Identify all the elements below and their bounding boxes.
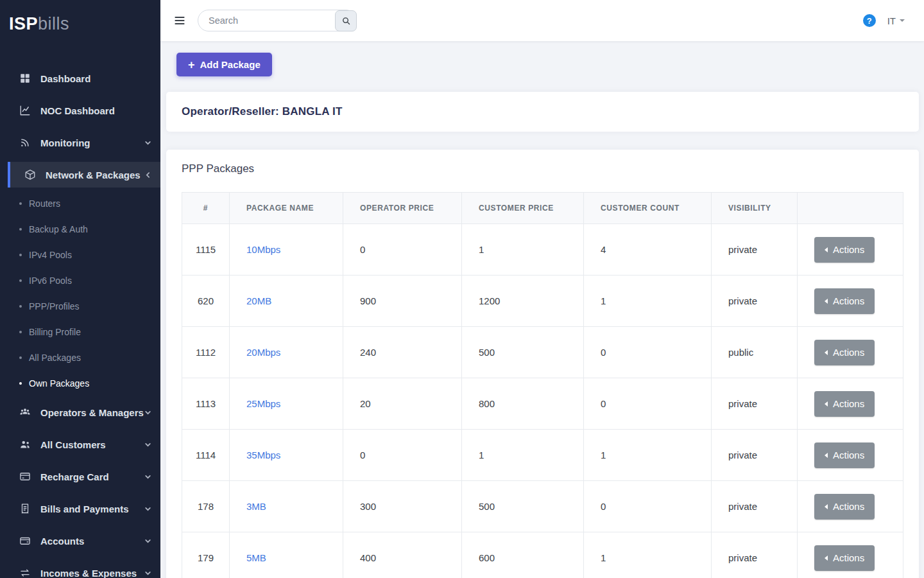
col-header-customer-count: CUSTOMER COUNT <box>584 193 712 224</box>
caret-down-icon <box>900 19 905 22</box>
dashboard-icon <box>19 73 32 84</box>
package-name-link[interactable]: 25Mbps <box>246 398 280 409</box>
table-row: 1115 10Mbps 0 1 4 private Actions <box>182 224 903 276</box>
sidebar-subitem-label: Billing Profile <box>29 327 81 337</box>
caret-left-icon <box>825 556 828 561</box>
sidebar-item-label: Accounts <box>40 536 84 547</box>
caret-left-icon <box>825 504 828 509</box>
package-name-link[interactable]: 20Mbps <box>246 347 280 358</box>
package-box-icon <box>24 169 37 180</box>
users-icon <box>19 439 32 450</box>
package-name-link[interactable]: 35Mbps <box>246 450 280 460</box>
actions-button[interactable]: Actions <box>814 288 875 314</box>
sidebar-item-dashboard[interactable]: Dashboard <box>0 62 160 94</box>
actions-button[interactable]: Actions <box>814 340 875 365</box>
search-button[interactable] <box>335 10 357 31</box>
sidebar-item-incomes-expenses[interactable]: Incomes & Expenses <box>0 557 160 578</box>
add-package-button[interactable]: + Add Package <box>176 53 272 76</box>
chart-line-icon <box>19 105 32 116</box>
sidebar-item-label: Bills and Payments <box>40 504 129 514</box>
sidebar-item-bills-payments[interactable]: Bills and Payments <box>0 493 160 525</box>
sidebar-item-label: Dashboard <box>40 73 90 84</box>
sidebar-subitem-ppp-profiles[interactable]: PPP/Profiles <box>0 293 160 319</box>
sidebar-subitem-label: Backup & Auth <box>29 224 88 234</box>
actions-button[interactable]: Actions <box>814 545 875 571</box>
sidebar-item-monitoring[interactable]: Monitoring <box>0 127 160 159</box>
col-header-actions <box>798 193 903 224</box>
chevron-down-icon <box>144 139 151 146</box>
actions-label: Actions <box>833 501 864 512</box>
sidebar-subitem-label: PPP/Profiles <box>29 301 80 311</box>
sidebar-subitem-ipv6-pools[interactable]: IPv6 Pools <box>0 268 160 293</box>
customer-price: 500 <box>462 481 584 532</box>
customer-price: 1 <box>462 430 584 481</box>
actions-label: Actions <box>833 295 864 306</box>
chevron-down-icon <box>144 473 151 480</box>
sidebar-nav: Dashboard NOC Dashboard Monitoring Netwo… <box>0 49 160 578</box>
customer-count: 1 <box>584 532 712 578</box>
sidebar-subitem-all-packages[interactable]: All Packages <box>0 345 160 371</box>
bullet-icon <box>19 331 22 333</box>
package-name-link[interactable]: 5MB <box>246 552 266 563</box>
package-name-link[interactable]: 10Mbps <box>246 244 280 255</box>
package-name-cell: 20MB <box>230 276 343 327</box>
table-row: 1113 25Mbps 20 800 0 private Actions <box>182 378 903 430</box>
sidebar-subitem-label: Routers <box>29 198 60 209</box>
sidebar-item-label: Operators & Managers <box>40 407 144 418</box>
content: + Add Package Operator/Reseller: BANGLA … <box>160 41 924 578</box>
caret-left-icon <box>825 401 828 407</box>
main-column: ? IT + Add Package Operator/Reseller: BA… <box>160 0 924 578</box>
operator-card: Operator/Reseller: BANGLA IT <box>166 92 919 132</box>
help-icon[interactable]: ? <box>863 14 876 27</box>
sidebar-subitem-own-packages[interactable]: Own Packages <box>0 371 160 396</box>
chevron-down-icon <box>144 409 151 416</box>
customer-count: 0 <box>584 481 712 532</box>
brand-logo[interactable]: ISPbills <box>0 0 160 49</box>
actions-button[interactable]: Actions <box>814 391 875 417</box>
sidebar-subitem-label: IPv6 Pools <box>29 276 72 286</box>
visibility: private <box>712 378 798 430</box>
actions-button[interactable]: Actions <box>814 442 875 468</box>
menu-toggle-button[interactable] <box>171 12 189 30</box>
add-package-label: Add Package <box>200 59 261 70</box>
customer-count: 1 <box>584 276 712 327</box>
receipt-icon <box>19 503 32 514</box>
operator-price: 300 <box>343 481 462 532</box>
sidebar-item-operators-managers[interactable]: Operators & Managers <box>0 396 160 428</box>
package-id: 1115 <box>182 224 230 276</box>
sidebar-item-noc-dashboard[interactable]: NOC Dashboard <box>0 94 160 127</box>
sidebar-item-accounts[interactable]: Accounts <box>0 525 160 557</box>
actions-label: Actions <box>833 244 864 255</box>
sidebar-item-network-packages[interactable]: Network & Packages <box>8 162 160 188</box>
sidebar-subitem-billing-profile[interactable]: Billing Profile <box>0 319 160 345</box>
table-row: 1114 35Mbps 0 1 1 private Actions <box>182 430 903 481</box>
bullet-icon <box>19 305 22 308</box>
packages-table: # PACKAGE NAME OPERATOR PRICE CUSTOMER P… <box>182 192 903 578</box>
sidebar-subitem-backup-auth[interactable]: Backup & Auth <box>0 216 160 242</box>
chevron-down-icon <box>144 441 151 448</box>
actions-button[interactable]: Actions <box>814 494 875 520</box>
package-name-link[interactable]: 20MB <box>246 295 271 306</box>
package-name-link[interactable]: 3MB <box>246 501 266 512</box>
sidebar: ISPbills Dashboard NOC Dashboard Monitor… <box>0 0 160 578</box>
language-dropdown[interactable]: IT <box>887 15 905 26</box>
sidebar-item-all-customers[interactable]: All Customers <box>0 428 160 460</box>
actions-cell: Actions <box>798 532 903 578</box>
actions-cell: Actions <box>798 327 903 378</box>
actions-button[interactable]: Actions <box>814 237 875 263</box>
search-input[interactable] <box>198 10 357 31</box>
operator-price: 0 <box>343 430 462 481</box>
actions-label: Actions <box>833 347 864 358</box>
package-name-cell: 35Mbps <box>230 430 343 481</box>
sidebar-subitem-routers[interactable]: Routers <box>0 191 160 216</box>
sidebar-subitem-ipv4-pools[interactable]: IPv4 Pools <box>0 242 160 268</box>
bullet-icon <box>19 202 22 205</box>
actions-cell: Actions <box>798 481 903 532</box>
chevron-down-icon <box>144 505 151 512</box>
actions-label: Actions <box>833 552 864 563</box>
sidebar-item-label: NOC Dashboard <box>40 105 115 116</box>
sidebar-item-recharge-card[interactable]: Recharge Card <box>0 460 160 493</box>
brand-bold-text: ISP <box>9 14 38 33</box>
bullet-icon <box>19 382 22 385</box>
sidebar-item-label: Network & Packages <box>46 170 141 180</box>
